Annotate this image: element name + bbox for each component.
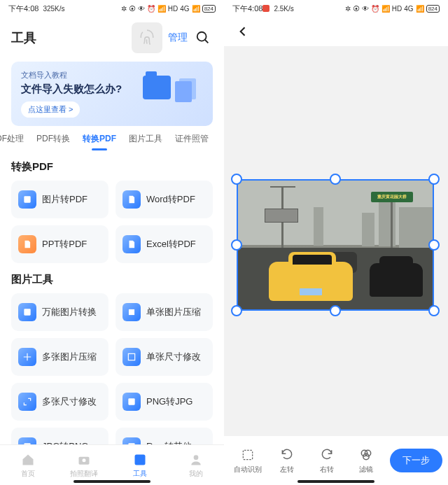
import-help-banner[interactable]: 文档导入教程 文件导入失败怎么办? 点这里查看 > xyxy=(11,62,213,126)
search-icon[interactable] xyxy=(193,28,213,48)
tab-pdf-convert[interactable]: PDF转换 xyxy=(36,133,70,150)
back-button[interactable] xyxy=(235,24,251,39)
crop-selection[interactable]: 重庆黄花园大桥 xyxy=(237,179,434,311)
section-title-convert-pdf: 转换PDF xyxy=(11,160,213,174)
status-icons: ✲⦿👁⏰📶HD4G📶 824 xyxy=(121,5,216,13)
home-indicator xyxy=(298,480,374,483)
word-pdf-icon xyxy=(122,190,141,209)
crop-canvas[interactable]: 重庆黄花园大桥 xyxy=(224,46,448,436)
home-indicator xyxy=(74,480,150,483)
filter-icon xyxy=(358,447,374,463)
tool-raw-convert[interactable]: Raw转其他 xyxy=(115,428,213,444)
svg-rect-9 xyxy=(135,454,146,465)
svg-rect-1 xyxy=(24,196,30,202)
tab-pdf-process[interactable]: DF处理 xyxy=(0,133,24,150)
crop-handle-bc[interactable] xyxy=(330,305,341,316)
crop-handle-tr[interactable] xyxy=(428,174,440,185)
header: 工具 管理 xyxy=(0,17,224,59)
crop-handle-tl[interactable] xyxy=(231,174,242,185)
excel-pdf-icon xyxy=(122,235,141,253)
top-bar xyxy=(224,17,448,46)
resize-icon xyxy=(122,348,141,366)
home-icon xyxy=(20,452,36,468)
svg-point-10 xyxy=(194,455,199,460)
svg-rect-3 xyxy=(128,353,134,360)
tool-list[interactable]: 转换PDF 图片转PDF Word转PDF PPT转PDF Excel转PDF … xyxy=(0,150,224,444)
tool-jpg-to-png[interactable]: JPG转PNG xyxy=(11,428,108,444)
tool-filter[interactable]: 滤镜 xyxy=(348,447,384,475)
tool-word-to-pdf[interactable]: Word转PDF xyxy=(115,181,213,218)
tool-universal-convert[interactable]: 万能图片转换 xyxy=(11,293,108,331)
profile-icon xyxy=(188,452,204,468)
camera-icon xyxy=(76,452,92,468)
recording-icon xyxy=(262,5,270,12)
compress-icon xyxy=(122,303,141,321)
status-bar-right: 下午4:08 2.5K/s ✲⦿👁⏰📶HD4G📶 824 xyxy=(224,0,448,17)
status-rate: 2.5K/s xyxy=(274,5,293,13)
nav-camera[interactable]: 拍照翻译 xyxy=(56,445,112,485)
tool-multi-resize[interactable]: 多张尺寸修改 xyxy=(11,383,108,421)
photo-preview: 重庆黄花园大桥 xyxy=(237,179,434,311)
road-sign: 重庆黄花园大桥 xyxy=(371,192,413,202)
section-title-image-tools: 图片工具 xyxy=(11,273,213,286)
svg-point-8 xyxy=(83,458,86,462)
next-button[interactable]: 下一步 xyxy=(390,449,442,472)
crop-handle-bl[interactable] xyxy=(231,305,242,316)
battery-icon: 824 xyxy=(426,5,440,13)
nav-profile[interactable]: 我的 xyxy=(168,445,224,485)
page-title: 工具 xyxy=(11,29,36,46)
auto-detect-icon xyxy=(240,447,255,463)
bottom-nav: 首页 拍照翻译 工具 我的 xyxy=(0,444,224,485)
nav-tools[interactable]: 工具 xyxy=(112,445,168,485)
multi-resize-icon xyxy=(18,393,36,411)
tool-multi-compress[interactable]: 多张图片压缩 xyxy=(11,338,108,376)
status-time: 下午4:08 xyxy=(8,3,38,14)
jpg-png-icon xyxy=(18,437,36,444)
tab-id-photo[interactable]: 证件照管 xyxy=(175,133,209,150)
tab-image-tools[interactable]: 图片工具 xyxy=(129,133,162,150)
status-bar: 下午4:08 325K/s ✲⦿👁⏰📶HD4G📶 824 xyxy=(0,0,224,17)
tool-rotate-left[interactable]: 左转 xyxy=(269,447,305,475)
crop-handle-br[interactable] xyxy=(428,305,440,316)
tool-auto-detect[interactable]: 自动识别 xyxy=(230,447,266,475)
png-jpg-icon xyxy=(122,393,141,411)
ppt-pdf-icon xyxy=(18,235,36,253)
manage-button[interactable]: 管理 xyxy=(168,31,188,44)
tab-to-pdf[interactable]: 转换PDF xyxy=(83,133,116,150)
tool-ppt-to-pdf[interactable]: PPT转PDF xyxy=(11,225,108,263)
svg-point-0 xyxy=(197,32,206,41)
fingerprint-button[interactable] xyxy=(132,22,162,53)
svg-point-14 xyxy=(363,454,369,459)
crop-handle-tc[interactable] xyxy=(330,174,341,185)
folder-icon xyxy=(143,76,171,99)
svg-rect-4 xyxy=(128,398,134,405)
crop-handle-lc[interactable] xyxy=(231,239,242,251)
rotate-left-icon xyxy=(279,447,295,463)
tool-excel-to-pdf[interactable]: Excel转PDF xyxy=(115,225,213,263)
tool-png-to-jpg[interactable]: PNG转JPG xyxy=(115,383,213,421)
tool-image-to-pdf[interactable]: 图片转PDF xyxy=(11,181,108,218)
status-icons: ✲⦿👁⏰📶HD4G📶 824 xyxy=(345,5,440,13)
tool-single-compress[interactable]: 单张图片压缩 xyxy=(115,293,213,331)
tool-single-resize[interactable]: 单张尺寸修改 xyxy=(115,338,213,376)
multi-compress-icon xyxy=(18,348,36,366)
tools-icon xyxy=(132,452,148,468)
nav-home[interactable]: 首页 xyxy=(0,445,56,485)
image-pdf-icon xyxy=(18,190,36,209)
category-tabs: DF处理 PDF转换 转换PDF 图片工具 证件照管 xyxy=(0,133,224,150)
convert-icon xyxy=(18,303,36,321)
battery-icon: 824 xyxy=(202,5,216,13)
status-rate: 325K/s xyxy=(43,5,64,13)
tool-rotate-right[interactable]: 右转 xyxy=(309,447,345,475)
svg-rect-11 xyxy=(243,450,252,459)
banner-subtitle: 文档导入教程 xyxy=(21,70,203,80)
edit-toolbar: 自动识别 左转 右转 滤镜 下一步 xyxy=(224,436,448,485)
crop-handle-rc[interactable] xyxy=(428,239,440,251)
svg-point-13 xyxy=(365,450,370,456)
status-time: 下午4:08 xyxy=(232,3,262,14)
page-icon xyxy=(175,81,192,102)
rotate-right-icon xyxy=(319,447,335,463)
raw-icon xyxy=(122,437,141,444)
banner-cta[interactable]: 点这里查看 > xyxy=(21,101,80,118)
svg-rect-2 xyxy=(24,309,30,315)
